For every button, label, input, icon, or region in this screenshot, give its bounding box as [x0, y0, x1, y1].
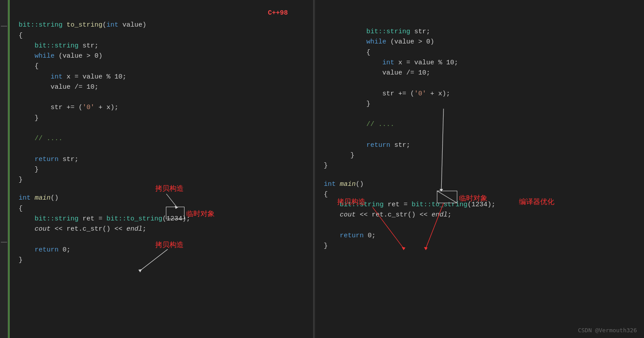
right-main-code: int main() { bit::string ret = bit::to_s…	[324, 179, 644, 252]
right-code-block: bit::string str; while (value > 0) { int…	[350, 27, 644, 161]
left-main-block: int main() { bit::string ret = bit::to_s…	[19, 193, 314, 265]
left-code-block: C++98 bit::string to_string(int value) {…	[19, 8, 314, 185]
right-outer-brace: }	[324, 161, 644, 171]
left-main-code: int main() { bit::string ret = bit::to_s…	[19, 193, 314, 265]
left-panel: C++98 bit::string to_string(int value) {…	[0, 0, 315, 338]
right-brace-code: }	[324, 161, 644, 171]
panel-divider	[313, 0, 314, 338]
left-gutter	[0, 0, 8, 338]
watermark: CSDN @Vermouth326	[578, 327, 637, 334]
gutter-mark-2	[1, 242, 7, 243]
gutter-mark-1	[1, 26, 7, 27]
svg-marker-3	[138, 269, 142, 272]
right-top-code: bit::string str; while (value > 0) { int…	[350, 27, 644, 161]
left-code: bit::string to_string(int value) { bit::…	[19, 20, 314, 185]
cpp98-label: C++98	[268, 9, 288, 17]
left-copy-label-1: 拷贝构造	[155, 184, 184, 193]
main-container: C++98 bit::string to_string(int value) {…	[0, 0, 644, 338]
right-panel: bit::string str; while (value > 0) { int…	[315, 0, 644, 338]
green-bar	[8, 0, 10, 338]
right-main-block: int main() { bit::string ret = bit::to_s…	[324, 179, 644, 252]
